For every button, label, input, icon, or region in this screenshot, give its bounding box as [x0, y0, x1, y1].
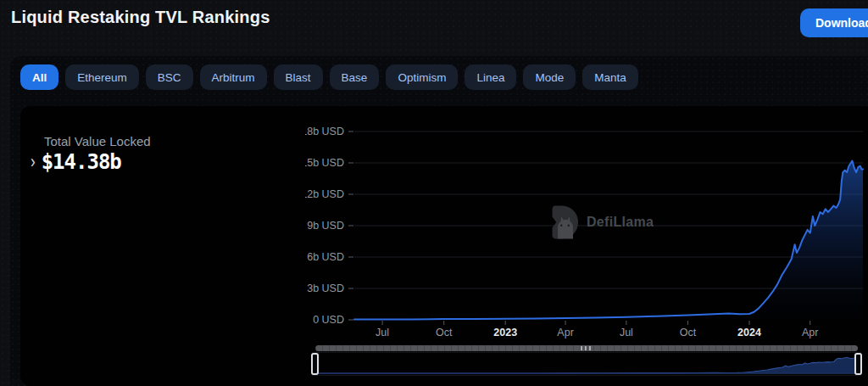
svg-text:2023: 2023: [493, 327, 517, 338]
svg-text:Apr: Apr: [557, 327, 573, 338]
scrollbar-grip-icon[interactable]: [581, 346, 593, 350]
svg-text:3b USD: 3b USD: [307, 283, 344, 294]
filter-chip-bsc[interactable]: BSC: [146, 64, 193, 90]
filter-chip-blast[interactable]: Blast: [274, 64, 323, 90]
svg-text:Jul: Jul: [376, 327, 389, 338]
defillama-logo-icon: [548, 204, 579, 240]
filter-chip-ethereum[interactable]: Ethereum: [65, 64, 139, 90]
svg-text:6b USD: 6b USD: [307, 251, 344, 263]
filter-chip-base[interactable]: Base: [330, 64, 380, 90]
brush-handle-right[interactable]: [854, 353, 862, 375]
svg-text:12b USD: 12b USD: [305, 188, 344, 200]
svg-text:15b USD: 15b USD: [305, 157, 344, 169]
download-csv-button[interactable]: Download .csv: [800, 8, 868, 37]
filter-chip-linea[interactable]: Linea: [465, 64, 516, 90]
svg-text:0 USD: 0 USD: [313, 314, 344, 326]
chain-filter-list: AllEthereumBSCArbitrumBlastBaseOptimismL…: [20, 64, 638, 90]
watermark-label: DefiLlama: [587, 215, 654, 230]
brush-mini-chart: [313, 353, 860, 375]
svg-text:Oct: Oct: [680, 327, 697, 338]
tvl-value: $14.38b: [42, 150, 121, 174]
svg-text:Jul: Jul: [620, 327, 633, 338]
filter-chip-all[interactable]: All: [20, 64, 58, 90]
page-title: Liquid Restaking TVL Rankings: [11, 8, 270, 27]
filter-chip-arbitrum[interactable]: Arbitrum: [200, 64, 267, 90]
expand-chevron-icon[interactable]: ›: [31, 153, 36, 171]
svg-text:2024: 2024: [737, 327, 761, 338]
brush-handle-left[interactable]: [311, 353, 319, 375]
chart-zoom-scrollbar[interactable]: [315, 345, 858, 351]
svg-text:Apr: Apr: [802, 327, 818, 338]
tvl-value-row: › $14.38b: [31, 150, 121, 174]
chart-range-brush[interactable]: [312, 352, 861, 376]
tvl-chart-card: Total Value Locked › $14.38b 0 USD3b USD…: [20, 106, 868, 386]
filter-chip-manta[interactable]: Manta: [582, 64, 638, 90]
svg-text:18b USD: 18b USD: [305, 126, 344, 137]
defillama-watermark: DefiLlama: [548, 204, 654, 240]
svg-text:Oct: Oct: [436, 327, 453, 338]
filter-chip-optimism[interactable]: Optimism: [386, 64, 458, 90]
svg-text:9b USD: 9b USD: [307, 220, 344, 232]
content-panel: AllEthereumBSCArbitrumBlastBaseOptimismL…: [10, 56, 868, 386]
tvl-label: Total Value Locked: [44, 134, 151, 148]
filter-chip-mode[interactable]: Mode: [523, 64, 576, 90]
